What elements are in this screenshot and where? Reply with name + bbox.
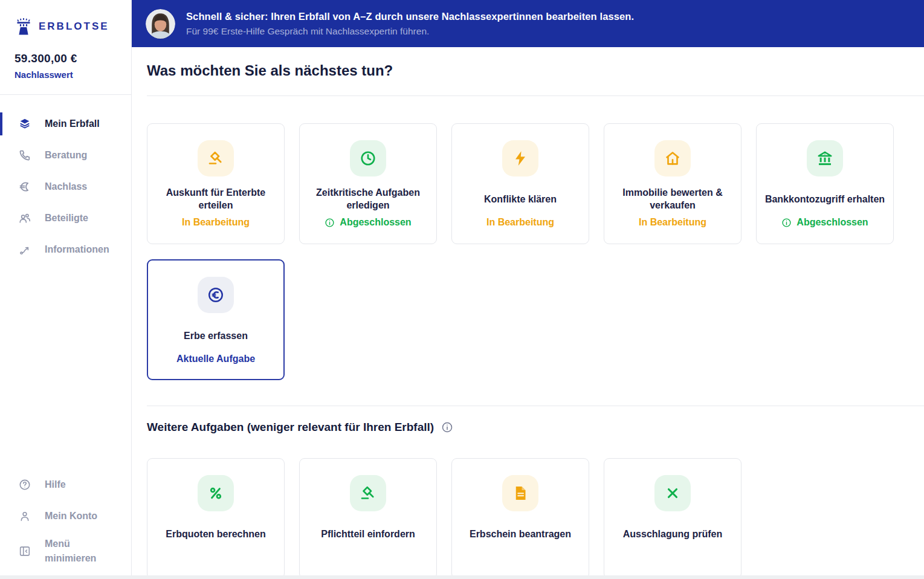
page-title: Was möchten Sie als nächstes tun? [147,62,924,79]
sidebar-item-label: Mein Erbfall [45,118,100,129]
task-card-erbe-erfassen[interactable]: Erbe erfassen Aktuelle Aufgabe [147,259,285,380]
sidebar-item-label: Hilfe [45,479,66,490]
content: Was möchten Sie als nächstes tun? Auskun… [132,47,924,579]
main-area: Schnell & sicher: Ihren Erbfall von A–Z … [132,0,924,579]
task-title: Bankkontozugriff erhalten [765,186,885,212]
route-icon [18,243,31,256]
task-title: Immobilie bewerten & verkaufen [612,186,734,212]
info-circle-icon [325,218,335,228]
secondary-heading-row: Weitere Aufgaben (weniger relevant für I… [147,421,924,434]
document-icon [502,475,538,511]
sidebar-item-mein-konto[interactable]: Mein Konto [0,500,131,532]
task-status: In Bearbeitung [639,217,706,228]
sidebar-item-hilfe[interactable]: Hilfe [0,469,131,500]
secondary-section-title: Weitere Aufgaben (weniger relevant für I… [147,421,434,434]
banner-headline: Schnell & sicher: Ihren Erbfall von A–Z … [186,11,634,22]
sidebar-item-beteiligte[interactable]: Beteiligte [0,202,131,234]
task-title: Auskunft für Enterbte erteilen [155,186,277,212]
sidebar-divider [0,94,131,95]
task-status: Abgeschlossen [781,217,868,228]
task-title: Erbquoten berechnen [166,521,265,546]
expert-banner[interactable]: Schnell & sicher: Ihren Erbfall von A–Z … [132,0,924,47]
secondary-task-grid: Erbquoten berechnen Pflichtteil einforde… [147,458,924,579]
info-circle-icon[interactable] [441,421,453,433]
expert-avatar [146,9,175,39]
task-status: In Bearbeitung [182,217,250,228]
task-card-bankkonto[interactable]: Bankkontozugriff erhalten Abgeschlossen [756,123,894,244]
task-card-zeitkritische[interactable]: Zeitkritische Aufgaben erledigen Abgesch… [299,123,437,244]
task-title: Zeitkritische Aufgaben erledigen [307,186,429,212]
task-title: Erbschein beantragen [470,521,571,546]
collapse-menu-icon [18,545,31,558]
sidebar-item-informationen[interactable]: Informationen [0,234,131,265]
task-card-immobilie[interactable]: Immobilie bewerten & verkaufen In Bearbe… [604,123,741,244]
sidebar-item-beratung[interactable]: Beratung [0,140,131,171]
task-title: Pflichtteil einfordern [321,521,415,546]
euro-circle-icon [198,277,234,313]
sidebar-item-menue-minimieren[interactable]: Menü minimieren [0,532,131,571]
task-title: Ausschlagung prüfen [623,521,722,546]
section-divider [147,95,924,96]
sidebar-item-label: Mein Konto [45,511,97,522]
banner-text: Schnell & sicher: Ihren Erbfall von A–Z … [186,11,634,37]
estate-value: 59.300,00 € [15,52,131,65]
task-status: In Bearbeitung [486,217,554,228]
sidebar-item-label: Menü minimieren [45,537,103,566]
bolt-icon [502,140,538,176]
layers-icon [18,117,31,131]
horizontal-scrollbar-track[interactable] [0,575,924,579]
gavel-icon [198,140,234,176]
task-card-konflikte[interactable]: Konflikte klären In Bearbeitung [451,123,589,244]
task-title: Konflikte klären [484,186,557,212]
home-icon [654,140,691,176]
euro-icon [18,180,31,193]
x-icon [654,475,691,511]
sidebar-item-nachlass[interactable]: Nachlass [0,171,131,202]
sidebar-item-label: Beratung [45,150,87,161]
task-card-erbschein[interactable]: Erbschein beantragen [451,458,589,579]
section-divider [147,406,924,406]
bank-icon [807,140,843,176]
sidebar-item-label: Nachlass [45,181,87,192]
banner-subline: Für 99€ Erste-Hilfe Gespräch mit Nachlas… [186,26,634,37]
estate-value-label: Nachlasswert [15,70,131,80]
percent-icon [198,475,234,511]
user-icon [18,509,31,523]
sidebar-footer: Hilfe Mein Konto Menü minimieren [0,469,131,579]
task-status: Aktuelle Aufgabe [176,354,255,364]
help-circle-icon [18,478,31,491]
task-card-erbquoten[interactable]: Erbquoten berechnen [147,458,285,579]
task-card-auskunft[interactable]: Auskunft für Enterbte erteilen In Bearbe… [147,123,285,244]
sidebar-item-label: Informationen [45,244,109,255]
people-icon [18,212,31,225]
sidebar-item-label: Beteiligte [45,213,88,224]
task-title: Erbe erfassen [184,323,248,348]
task-card-pflichtteil[interactable]: Pflichtteil einfordern [299,458,437,579]
task-card-ausschlagung[interactable]: Ausschlagung prüfen [604,458,741,579]
sidebar: ERBLOTSE 59.300,00 € Nachlasswert Mein E… [0,0,132,579]
task-status: Abgeschlossen [325,217,411,228]
sidebar-item-mein-erbfall[interactable]: Mein Erbfall [0,108,131,140]
logo-wordmark: ERBLOTSE [39,21,109,33]
clock-icon [350,140,386,176]
lighthouse-icon [15,17,33,36]
gavel-icon [350,475,386,511]
logo[interactable]: ERBLOTSE [0,17,131,36]
task-grid: Auskunft für Enterbte erteilen In Bearbe… [147,123,924,244]
sidebar-nav: Mein Erbfall Beratung Nachlass [0,108,131,265]
phone-icon [18,149,31,162]
info-circle-icon [781,218,792,228]
app-root: ERBLOTSE 59.300,00 € Nachlasswert Mein E… [0,0,924,579]
